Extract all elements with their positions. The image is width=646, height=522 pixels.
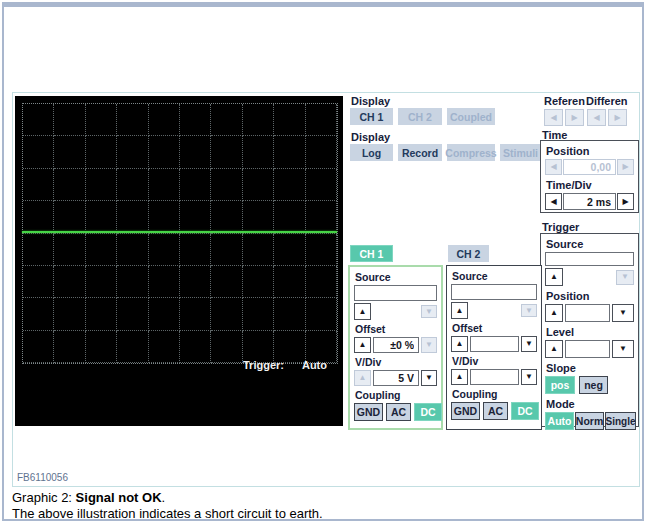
- caption-description: The above illustration indicates a short…: [12, 506, 323, 522]
- chevron-right-icon: ▶: [622, 163, 628, 171]
- log-button[interactable]: Log: [350, 144, 393, 161]
- differen-steppers: ◀ ▶: [587, 109, 627, 126]
- compress-button[interactable]: Compress: [447, 144, 495, 161]
- scope-display: Trigger: Auto: [15, 96, 343, 426]
- ch1-coupling-dc-button[interactable]: DC: [414, 403, 442, 421]
- ch2-offset-label: Offset: [452, 322, 537, 334]
- chevron-down-icon: ▼: [425, 374, 433, 382]
- ch1-source-up-button[interactable]: ▲: [354, 303, 371, 320]
- chevron-down-icon: ▼: [425, 308, 433, 316]
- oscilloscope-illustration: Trigger: Auto Display CH 1 CH 2 Coupled …: [12, 92, 640, 487]
- display-coupled-button[interactable]: Coupled: [447, 108, 495, 125]
- ch1-source-down-button[interactable]: ▼: [421, 305, 437, 318]
- chevron-up-icon: ▲: [550, 345, 558, 353]
- ch2-coupling-label: Coupling: [452, 388, 537, 400]
- stimuli-button[interactable]: Stimuli: [500, 144, 541, 161]
- ch1-vdiv-up-button[interactable]: ▲: [354, 370, 371, 386]
- record-button[interactable]: Record: [398, 144, 442, 161]
- chevron-down-icon: ▼: [621, 273, 629, 281]
- caption-bold-text: Signal not OK: [76, 490, 162, 505]
- time-div-left-button[interactable]: ◀: [545, 193, 562, 210]
- ch2-vdiv-up-button[interactable]: ▲: [451, 369, 468, 385]
- ch2-offset-field[interactable]: [470, 336, 519, 352]
- ch1-offset-field[interactable]: [373, 337, 419, 353]
- ch1-coupling-gnd-button[interactable]: GND: [354, 403, 383, 421]
- tab-ch2[interactable]: CH 2: [448, 245, 489, 262]
- page-frame: Trigger: Auto Display CH 1 CH 2 Coupled …: [2, 2, 644, 521]
- trigger-slope-label: Slope: [546, 362, 634, 374]
- ch2-source-field[interactable]: [451, 284, 537, 300]
- ch1-source-field[interactable]: [354, 285, 437, 301]
- ch2-offset-up-button[interactable]: ▲: [451, 336, 468, 352]
- trigger-position-up-button[interactable]: ▲: [545, 304, 563, 322]
- time-div-field[interactable]: [563, 193, 616, 210]
- trigger-label: Trigger: [542, 221, 579, 233]
- trigger-position-label: Position: [546, 290, 634, 302]
- ch1-offset-up-button[interactable]: ▲: [354, 337, 371, 353]
- trigger-level-down-button[interactable]: ▼: [612, 340, 634, 358]
- trigger-status-value: Auto: [302, 359, 327, 371]
- time-group: Position ◀ ▶ Time/Div ◀ ▶: [540, 140, 639, 213]
- chevron-up-icon: ▲: [550, 273, 558, 281]
- ch2-source-down-button[interactable]: ▼: [521, 304, 537, 317]
- ch1-offset-down-button[interactable]: ▼: [421, 337, 437, 353]
- trigger-source-up-button[interactable]: ▲: [545, 268, 563, 286]
- ch1-vdiv-label: V/Div: [355, 356, 437, 368]
- ch1-vdiv-down-button[interactable]: ▼: [421, 370, 437, 386]
- ch1-source-label: Source: [355, 271, 437, 283]
- differen-right-button[interactable]: ▶: [608, 109, 627, 126]
- ch2-source-up-button[interactable]: ▲: [451, 302, 468, 319]
- ch2-coupling-gnd-button[interactable]: GND: [451, 402, 480, 420]
- slope-neg-button[interactable]: neg: [579, 376, 608, 394]
- chevron-left-icon: ◀: [550, 198, 556, 206]
- mode-single-button[interactable]: Single: [605, 412, 636, 430]
- ch1-coupling-ac-button[interactable]: AC: [386, 403, 411, 421]
- ch1-offset-label: Offset: [355, 323, 437, 335]
- chevron-right-icon: ▶: [622, 198, 628, 206]
- trigger-source-field[interactable]: [545, 252, 634, 266]
- display-channel-label: Display: [351, 95, 390, 107]
- chevron-down-icon: ▼: [525, 373, 533, 381]
- display-ch2-button[interactable]: CH 2: [398, 108, 442, 125]
- time-position-right-button[interactable]: ▶: [617, 159, 634, 175]
- trigger-level-up-button[interactable]: ▲: [545, 340, 563, 358]
- trigger-position-field[interactable]: [565, 304, 610, 322]
- time-position-field[interactable]: [563, 159, 616, 175]
- chevron-up-icon: ▲: [359, 341, 367, 349]
- tab-ch1[interactable]: CH 1: [350, 245, 393, 262]
- ch2-vdiv-down-button[interactable]: ▼: [521, 369, 537, 385]
- chevron-down-icon: ▼: [619, 309, 627, 317]
- ch1-panel: Source ▲ ▼ Offset ▲ ▼ V/Div ▲ ▼ Coupling…: [348, 265, 443, 430]
- trigger-position-down-button[interactable]: ▼: [612, 304, 634, 322]
- mode-norm-button[interactable]: Norm: [575, 412, 604, 430]
- referen-right-button[interactable]: ▶: [565, 109, 584, 126]
- chevron-up-icon: ▲: [456, 307, 464, 315]
- ch2-coupling-ac-button[interactable]: AC: [483, 402, 508, 420]
- chevron-up-icon: ▲: [550, 309, 558, 317]
- ch2-offset-down-button[interactable]: ▼: [521, 336, 537, 352]
- trigger-group: Source ▲ ▼ Position ▲ ▼ Level ▲ ▼ Slope …: [540, 233, 639, 427]
- referen-left-button[interactable]: ◀: [544, 109, 563, 126]
- caption: Graphic 2: Signal not OK. The above illu…: [12, 490, 323, 522]
- figure-id: FB6110056: [17, 472, 68, 483]
- ch2-vdiv-label: V/Div: [452, 355, 537, 367]
- display-ch1-button[interactable]: CH 1: [350, 108, 393, 125]
- time-position-left-button[interactable]: ◀: [545, 159, 562, 175]
- trigger-level-field[interactable]: [565, 340, 610, 358]
- referen-label: Referen: [544, 95, 585, 107]
- ch1-vdiv-field[interactable]: [373, 370, 419, 386]
- differen-left-button[interactable]: ◀: [587, 109, 606, 126]
- ch2-coupling-dc-button[interactable]: DC: [511, 402, 539, 420]
- trigger-source-down-button[interactable]: ▼: [616, 270, 634, 285]
- ch2-vdiv-field[interactable]: [470, 369, 519, 385]
- chevron-left-icon: ◀: [593, 114, 599, 122]
- caption-suffix: .: [162, 490, 166, 505]
- ch2-source-label: Source: [452, 270, 537, 282]
- chevron-up-icon: ▲: [359, 374, 367, 382]
- slope-pos-button[interactable]: pos: [545, 376, 575, 394]
- chevron-left-icon: ◀: [550, 163, 556, 171]
- mode-auto-button[interactable]: Auto: [545, 412, 574, 430]
- chevron-right-icon: ▶: [614, 114, 620, 122]
- time-div-right-button[interactable]: ▶: [617, 193, 634, 210]
- ch2-panel: Source ▲ ▼ Offset ▲ ▼ V/Div ▲ ▼ Coupling…: [446, 265, 542, 430]
